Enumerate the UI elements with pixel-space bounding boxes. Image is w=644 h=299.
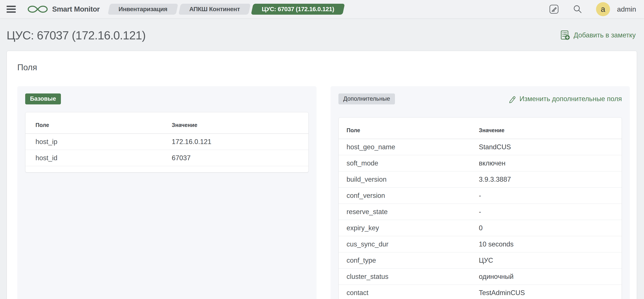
field-name: conf_version (346, 192, 479, 200)
additional-fields-table: Поле Значение host_geo_name StandCUS sof… (338, 117, 622, 299)
logo-infinity-icon (27, 4, 48, 14)
field-value: - (479, 192, 613, 200)
tab-inventory[interactable]: Инвентаризация (108, 4, 178, 15)
field-name: cluster_status (346, 273, 479, 281)
field-value: включен (479, 159, 613, 167)
field-name: conf_type (346, 257, 479, 265)
field-value: одиночный (479, 273, 613, 281)
table-row: build_version 3.9.3.3887 (339, 171, 622, 188)
table-body: host_ip 172.16.0.121 host_id 67037 (26, 134, 308, 166)
page-title: ЦУС: 67037 (172.16.0.121) (6, 28, 146, 42)
basic-fields-table: Поле Значение host_ip 172.16.0.121 host_… (25, 112, 309, 173)
field-value: - (479, 208, 613, 216)
field-value: TestAdminCUS (479, 289, 613, 297)
table-header: Поле Значение (339, 118, 622, 139)
page-head: ЦУС: 67037 (172.16.0.121) Добавить в зам… (0, 18, 644, 51)
table-row: cus_sync_dur 10 seconds (339, 236, 622, 252)
field-name: expiry_key (346, 224, 479, 232)
additional-fields-panel: Дополнительные Изменить дополнительные п… (330, 86, 630, 299)
table-row: host_ip 172.16.0.121 (26, 134, 308, 150)
edit-additional-fields-button[interactable]: Изменить дополнительные поля (508, 95, 622, 103)
avatar[interactable]: a (596, 2, 610, 16)
field-name: host_id (36, 154, 172, 162)
field-value: 172.16.0.121 (172, 138, 300, 146)
topbar: Smart Monitor Инвентаризация АПКШ Контин… (0, 0, 644, 18)
edit-additional-fields-label: Изменить дополнительные поля (520, 95, 622, 103)
brand-title: Smart Monitor (52, 5, 100, 13)
basic-badge: Базовые (25, 93, 61, 104)
topbar-actions: a admin (549, 2, 636, 16)
table-row: soft_mode включен (339, 155, 622, 171)
table-body: host_geo_name StandCUS soft_mode включен… (339, 139, 622, 299)
add-to-note-button[interactable]: Добавить в заметку (560, 30, 636, 40)
tab-cus-active[interactable]: ЦУС: 67037 (172.16.0.121) (251, 4, 345, 15)
additional-badge: Дополнительные (338, 93, 395, 104)
app-logo[interactable]: Smart Monitor (27, 4, 100, 14)
username: admin (617, 5, 636, 13)
table-header: Поле Значение (26, 112, 308, 134)
field-name: contact (346, 289, 479, 297)
column-header-field: Поле (36, 122, 172, 129)
additional-panel-head: Дополнительные Изменить дополнительные п… (338, 93, 622, 105)
table-row: host_geo_name StandCUS (339, 139, 622, 155)
panels: Базовые Поле Значение host_ip 172.16.0.1… (17, 86, 630, 299)
field-value: 3.9.3.3887 (479, 176, 613, 183)
field-value: 0 (479, 224, 613, 232)
note-add-icon (560, 30, 570, 40)
field-value: ЦУС (479, 257, 613, 265)
field-name: host_ip (36, 138, 172, 146)
column-header-field: Поле (346, 127, 479, 134)
field-name: host_geo_name (346, 143, 479, 151)
card-title: Поля (17, 63, 630, 72)
add-to-note-label: Добавить в заметку (574, 31, 636, 39)
table-row: expiry_key 0 (339, 220, 622, 236)
column-header-value: Значение (172, 122, 300, 129)
field-name: build_version (346, 176, 479, 183)
field-name: cus_sync_dur (346, 240, 479, 248)
field-value: StandCUS (479, 143, 613, 151)
field-name: soft_mode (346, 159, 479, 167)
table-row: conf_type ЦУС (339, 252, 622, 269)
table-row: host_id 67037 (26, 150, 308, 166)
field-name: reserve_state (346, 208, 479, 216)
table-row: reserve_state - (339, 204, 622, 220)
basic-panel-head: Базовые (25, 93, 309, 105)
tab-apksh-kontinent[interactable]: АПКШ Континент (178, 4, 251, 15)
pencil-icon (508, 95, 516, 103)
field-value: 10 seconds (479, 240, 613, 248)
breadcrumb-tabs: Инвентаризация АПКШ Континент ЦУС: 67037… (109, 4, 344, 15)
table-row: cluster_status одиночный (339, 269, 622, 285)
field-value: 67037 (172, 154, 300, 162)
fields-card: Поля Базовые Поле Значение host_ip 172.1… (6, 51, 637, 299)
table-row: contact TestAdminCUS (339, 285, 622, 299)
basic-fields-panel: Базовые Поле Значение host_ip 172.16.0.1… (17, 86, 316, 299)
column-header-value: Значение (479, 127, 613, 134)
compose-icon[interactable] (549, 4, 559, 14)
menu-icon[interactable] (6, 6, 16, 13)
table-row: conf_version - (339, 188, 622, 204)
search-icon[interactable] (573, 4, 582, 14)
